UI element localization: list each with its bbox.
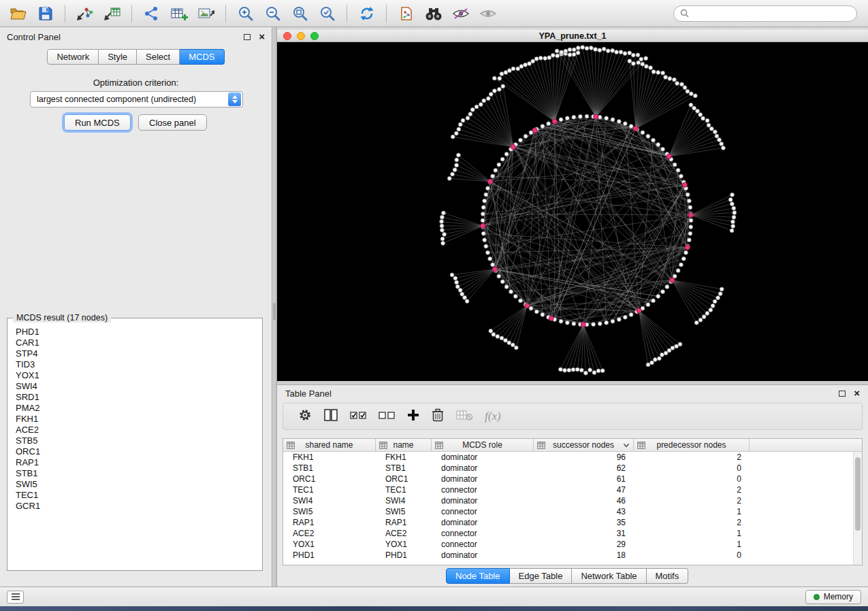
tab-select[interactable]: Select — [137, 49, 180, 65]
minimize-window-icon[interactable] — [297, 32, 305, 40]
column-header-successor-nodes[interactable]: successor nodes — [534, 439, 634, 451]
cell[interactable]: ACE2 — [283, 529, 376, 538]
result-node[interactable]: FKH1 — [16, 414, 260, 425]
cell[interactable]: connector — [432, 485, 534, 495]
refresh-button[interactable] — [354, 3, 379, 24]
table-row[interactable]: SWI5SWI5connector431 — [283, 506, 862, 517]
optimization-criterion-dropdown[interactable]: largest connected component (undirected) — [30, 91, 243, 108]
tab-mcds[interactable]: MCDS — [180, 49, 224, 65]
cell[interactable]: 1 — [634, 540, 750, 549]
task-history-button[interactable] — [7, 591, 24, 604]
cell[interactable]: 18 — [534, 550, 634, 560]
table-row[interactable]: YOX1YOX1connector291 — [283, 539, 862, 550]
cell[interactable]: 35 — [534, 518, 634, 527]
vertical-splitter[interactable] — [272, 27, 277, 587]
cell[interactable]: connector — [432, 529, 534, 538]
tab-motifs[interactable]: Motifs — [647, 568, 689, 584]
tab-edge-table[interactable]: Edge Table — [510, 568, 573, 584]
import-table-button[interactable] — [99, 3, 125, 24]
scrollbar-thumb[interactable] — [855, 457, 861, 531]
cell[interactable]: ORC1 — [283, 474, 376, 484]
cell[interactable]: RAP1 — [376, 518, 432, 527]
cell[interactable]: 31 — [534, 529, 634, 538]
cell[interactable]: SWI5 — [376, 507, 432, 516]
cell[interactable]: 96 — [534, 452, 634, 462]
cell[interactable]: PHD1 — [376, 550, 432, 560]
result-node[interactable]: SRD1 — [16, 392, 260, 403]
cell[interactable]: 2 — [634, 485, 750, 495]
result-node[interactable]: PMA2 — [16, 403, 260, 414]
new-table-button[interactable] — [166, 3, 191, 24]
result-node[interactable]: STB1 — [16, 468, 260, 479]
cell[interactable]: STB1 — [283, 463, 376, 473]
result-node[interactable]: TEC1 — [16, 490, 260, 501]
network-canvas-svg[interactable] — [277, 42, 868, 381]
add-column-button[interactable] — [407, 409, 419, 424]
show-details-button[interactable] — [475, 3, 500, 24]
table-row[interactable]: TEC1TEC1connector472 — [283, 484, 862, 495]
tab-node-table[interactable]: Node Table — [446, 568, 510, 584]
cell[interactable]: dominator — [432, 550, 534, 560]
function-builder-button[interactable]: f(x) — [485, 410, 501, 423]
table-row[interactable]: PHD1PHD1dominator180 — [283, 550, 862, 561]
result-node[interactable]: SWI5 — [16, 479, 260, 490]
cell[interactable]: 62 — [534, 463, 634, 473]
zoom-out-button[interactable] — [260, 3, 285, 24]
result-node[interactable]: TID3 — [16, 359, 260, 370]
cell[interactable]: TEC1 — [376, 485, 432, 495]
table-row[interactable]: FKH1FKH1dominator962 — [283, 452, 862, 463]
cell[interactable]: dominator — [432, 463, 534, 473]
show-columns-button[interactable] — [324, 409, 338, 424]
cell[interactable]: 2 — [634, 452, 750, 462]
cell[interactable]: PHD1 — [283, 550, 376, 560]
result-node[interactable]: PHD1 — [16, 327, 260, 337]
cell[interactable]: STB1 — [376, 463, 432, 473]
close-window-icon[interactable] — [283, 32, 291, 40]
new-network-button[interactable] — [139, 3, 164, 24]
close-panel-icon[interactable]: × — [259, 33, 265, 40]
cell[interactable]: 0 — [634, 550, 750, 560]
run-mcds-button[interactable]: Run MCDS — [64, 114, 131, 131]
cell[interactable]: 43 — [534, 507, 634, 516]
mcds-result-list[interactable]: PHD1CAR1STP4TID3YOX1SWI4SRD1PMA2FKH1ACE2… — [16, 327, 260, 568]
search-box[interactable] — [673, 5, 857, 22]
splitter-handle-icon[interactable] — [273, 303, 276, 320]
table-scrollbar[interactable] — [853, 452, 862, 565]
deselect-all-button[interactable] — [379, 410, 395, 423]
cell[interactable]: 2 — [634, 518, 750, 527]
cell[interactable]: 46 — [534, 496, 634, 506]
cell[interactable]: dominator — [432, 474, 534, 484]
cell[interactable]: FKH1 — [283, 452, 376, 462]
result-node[interactable]: STP4 — [16, 348, 260, 359]
cell[interactable]: 29 — [534, 540, 634, 549]
close-panel-button[interactable]: Close panel — [138, 114, 207, 131]
cell[interactable]: dominator — [432, 496, 534, 506]
table-row[interactable]: RAP1RAP1dominator352 — [283, 517, 862, 528]
cell[interactable]: YOX1 — [283, 540, 376, 549]
delete-table-button[interactable] — [456, 410, 472, 423]
cell[interactable]: 1 — [634, 507, 750, 516]
cell[interactable]: dominator — [432, 518, 534, 527]
result-node[interactable]: YOX1 — [16, 370, 260, 381]
search-network-button[interactable] — [421, 3, 446, 24]
cell[interactable]: connector — [432, 507, 534, 516]
cell[interactable]: SWI4 — [283, 496, 376, 506]
cell[interactable]: ACE2 — [376, 529, 432, 538]
open-button[interactable] — [5, 3, 31, 24]
column-header-predecessor-nodes[interactable]: predecessor nodes — [634, 439, 750, 451]
hide-details-button[interactable] — [448, 3, 473, 24]
network-window-titlebar[interactable]: YPA_prune.txt_1 — [277, 30, 868, 42]
save-button[interactable] — [33, 3, 58, 24]
cell[interactable]: FKH1 — [376, 452, 432, 462]
table-row[interactable]: ACE2ACE2connector311 — [283, 528, 862, 539]
result-node[interactable]: ACE2 — [16, 425, 260, 435]
memory-button[interactable]: Memory — [805, 590, 861, 604]
table-row[interactable]: SWI4SWI4dominator462 — [283, 495, 862, 506]
cell[interactable]: 61 — [534, 474, 634, 484]
cell[interactable]: 1 — [634, 529, 750, 538]
close-table-panel-icon[interactable]: × — [854, 390, 860, 397]
tab-style[interactable]: Style — [99, 49, 137, 65]
dropdown-stepper-icon[interactable] — [228, 93, 241, 106]
cell[interactable]: RAP1 — [283, 518, 376, 527]
export-image-button[interactable] — [193, 3, 219, 24]
